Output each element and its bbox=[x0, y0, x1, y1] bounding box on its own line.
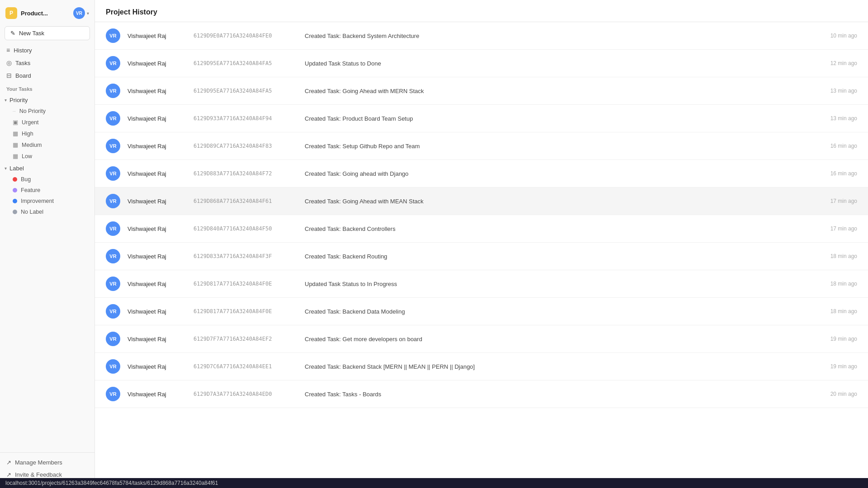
avatar: VR bbox=[106, 84, 120, 98]
history-time: 17 min ago bbox=[830, 225, 857, 232]
history-action: Created Task: Setup Github Repo and Team bbox=[305, 143, 823, 150]
history-id: 6129D868A7716A3240A84F61 bbox=[193, 198, 297, 204]
history-user: Vishwajeet Raj bbox=[127, 115, 186, 122]
history-id: 6129D95EA7716A3240A84FA5 bbox=[193, 88, 297, 94]
history-icon: ≡ bbox=[6, 47, 10, 54]
history-row[interactable]: VR Vishwajeet Raj 6129D883A7716A3240A84F… bbox=[95, 160, 868, 188]
sidebar-item-board[interactable]: ⊟ Board bbox=[2, 69, 93, 82]
history-id: 6129D817A7716A3240A84F0E bbox=[193, 281, 297, 287]
history-user: Vishwajeet Raj bbox=[127, 336, 186, 343]
history-action: Updated Task Status to In Progress bbox=[305, 281, 823, 287]
manage-members-button[interactable]: ↗ Manage Members bbox=[2, 456, 93, 469]
avatar: VR bbox=[106, 304, 120, 319]
label-group: ▾ Label Bug Feature Improvement No Label bbox=[0, 163, 94, 217]
history-id: 6129D9E0A7716A3240A84FE0 bbox=[193, 33, 297, 39]
manage-members-icon: ↗ bbox=[6, 459, 11, 466]
history-row[interactable]: VR Vishwajeet Raj 6129D868A7716A3240A84F… bbox=[95, 188, 868, 215]
history-action: Created Task: Backend Stack [MERN || MEA… bbox=[305, 363, 823, 370]
edit-icon: ✎ bbox=[10, 30, 15, 37]
label-group-header[interactable]: ▾ Label bbox=[0, 163, 94, 174]
history-row[interactable]: VR Vishwajeet Raj 6129D817A7716A3240A84F… bbox=[95, 270, 868, 298]
sidebar-item-no-priority[interactable]: ··· No Priority bbox=[0, 106, 94, 117]
history-row[interactable]: VR Vishwajeet Raj 6129D833A7716A3240A84F… bbox=[95, 243, 868, 270]
history-row[interactable]: VR Vishwajeet Raj 6129D7A3A7716A3240A84E… bbox=[95, 380, 868, 408]
history-time: 18 min ago bbox=[830, 253, 857, 259]
history-row[interactable]: VR Vishwajeet Raj 6129D840A7716A3240A84F… bbox=[95, 215, 868, 243]
high-icon: ▦ bbox=[13, 130, 18, 137]
history-user: Vishwajeet Raj bbox=[127, 391, 186, 398]
history-id: 6129D883A7716A3240A84F72 bbox=[193, 170, 297, 177]
history-user: Vishwajeet Raj bbox=[127, 225, 186, 232]
history-row[interactable]: VR Vishwajeet Raj 6129D95EA7716A3240A84F… bbox=[95, 77, 868, 105]
sidebar-item-bug[interactable]: Bug bbox=[0, 174, 94, 185]
sidebar-item-high[interactable]: ▦ High bbox=[0, 128, 94, 139]
avatar: VR bbox=[106, 249, 120, 263]
status-url: localhost:3001/projects/61263a3849fec646… bbox=[5, 480, 218, 486]
history-user: Vishwajeet Raj bbox=[127, 33, 186, 39]
history-time: 16 min ago bbox=[830, 143, 857, 149]
improvement-dot bbox=[13, 199, 17, 203]
history-row[interactable]: VR Vishwajeet Raj 6129D7C6A7716A3240A84E… bbox=[95, 353, 868, 380]
sidebar-header: P Product... VR ▾ bbox=[0, 4, 94, 23]
history-time: 17 min ago bbox=[830, 198, 857, 204]
avatar: VR bbox=[106, 332, 120, 346]
sidebar-item-improvement[interactable]: Improvement bbox=[0, 196, 94, 206]
sidebar-nav: ≡ History ◎ Tasks ⊟ Board bbox=[0, 44, 94, 82]
history-row[interactable]: VR Vishwajeet Raj 6129D95EA7716A3240A84F… bbox=[95, 50, 868, 77]
chevron-down-icon: ▾ bbox=[5, 98, 7, 103]
project-info: P Product... bbox=[5, 7, 48, 19]
history-time: 10 min ago bbox=[830, 33, 857, 39]
priority-group-header[interactable]: ▾ Priority bbox=[0, 94, 94, 106]
history-time: 19 min ago bbox=[830, 336, 857, 342]
history-action: Created Task: Going ahead with Django bbox=[305, 170, 823, 177]
history-row[interactable]: VR Vishwajeet Raj 6129D89CA7716A3240A84F… bbox=[95, 132, 868, 160]
avatar: VR bbox=[106, 56, 120, 70]
avatar: VR bbox=[106, 111, 120, 126]
chevron-down-icon[interactable]: ▾ bbox=[87, 11, 89, 16]
history-list: VR Vishwajeet Raj 6129D9E0A7716A3240A84F… bbox=[95, 22, 868, 488]
history-action: Created Task: Backend Data Modeling bbox=[305, 308, 823, 315]
avatar: VR bbox=[106, 277, 120, 291]
history-time: 16 min ago bbox=[830, 170, 857, 177]
avatar: VR bbox=[106, 194, 120, 208]
low-icon: ▦ bbox=[13, 153, 18, 160]
history-time: 12 min ago bbox=[830, 60, 857, 66]
priority-group: ▾ Priority ··· No Priority ▣ Urgent ▦ Hi… bbox=[0, 94, 94, 162]
history-id: 6129D7A3A7716A3240A84ED0 bbox=[193, 391, 297, 397]
history-time: 13 min ago bbox=[830, 115, 857, 122]
history-action: Created Task: Get more developers on boa… bbox=[305, 336, 823, 343]
history-action: Created Task: Backend System Architectur… bbox=[305, 33, 823, 39]
no-label-dot bbox=[13, 210, 17, 214]
history-row[interactable]: VR Vishwajeet Raj 6129D817A7716A3240A84F… bbox=[95, 298, 868, 325]
history-id: 6129D840A7716A3240A84F50 bbox=[193, 225, 297, 232]
history-id: 6129D817A7716A3240A84F0E bbox=[193, 308, 297, 314]
invite-icon: ↗ bbox=[6, 471, 11, 478]
sidebar-item-feature[interactable]: Feature bbox=[0, 185, 94, 196]
history-user: Vishwajeet Raj bbox=[127, 143, 186, 150]
history-id: 6129D89CA7716A3240A84F83 bbox=[193, 143, 297, 149]
history-user: Vishwajeet Raj bbox=[127, 363, 186, 370]
history-time: 18 min ago bbox=[830, 308, 857, 314]
feature-dot bbox=[13, 188, 17, 192]
sidebar-item-low[interactable]: ▦ Low bbox=[0, 150, 94, 162]
sidebar-item-tasks[interactable]: ◎ Tasks bbox=[2, 56, 93, 69]
avatar: VR bbox=[106, 166, 120, 181]
medium-icon: ▦ bbox=[13, 141, 18, 148]
project-name: Product... bbox=[21, 10, 48, 17]
main-header: Project History bbox=[95, 0, 868, 22]
sidebar-item-no-label[interactable]: No Label bbox=[0, 206, 94, 217]
history-user: Vishwajeet Raj bbox=[127, 60, 186, 67]
history-user: Vishwajeet Raj bbox=[127, 308, 186, 315]
new-task-button[interactable]: ✎ New Task bbox=[5, 26, 90, 40]
history-row[interactable]: VR Vishwajeet Raj 6129D7F7A7716A3240A84E… bbox=[95, 325, 868, 353]
history-id: 6129D833A7716A3240A84F3F bbox=[193, 253, 297, 259]
history-action: Created Task: Backend Routing bbox=[305, 253, 823, 260]
history-row[interactable]: VR Vishwajeet Raj 6129D9E0A7716A3240A84F… bbox=[95, 22, 868, 50]
sidebar-item-history[interactable]: ≡ History bbox=[2, 44, 93, 56]
history-row[interactable]: VR Vishwajeet Raj 6129D933A7716A3240A84F… bbox=[95, 105, 868, 132]
history-time: 20 min ago bbox=[830, 391, 857, 397]
page-title: Project History bbox=[106, 8, 857, 16]
sidebar-item-medium[interactable]: ▦ Medium bbox=[0, 139, 94, 150]
chevron-down-icon: ▾ bbox=[5, 166, 7, 171]
sidebar-item-urgent[interactable]: ▣ Urgent bbox=[0, 117, 94, 128]
